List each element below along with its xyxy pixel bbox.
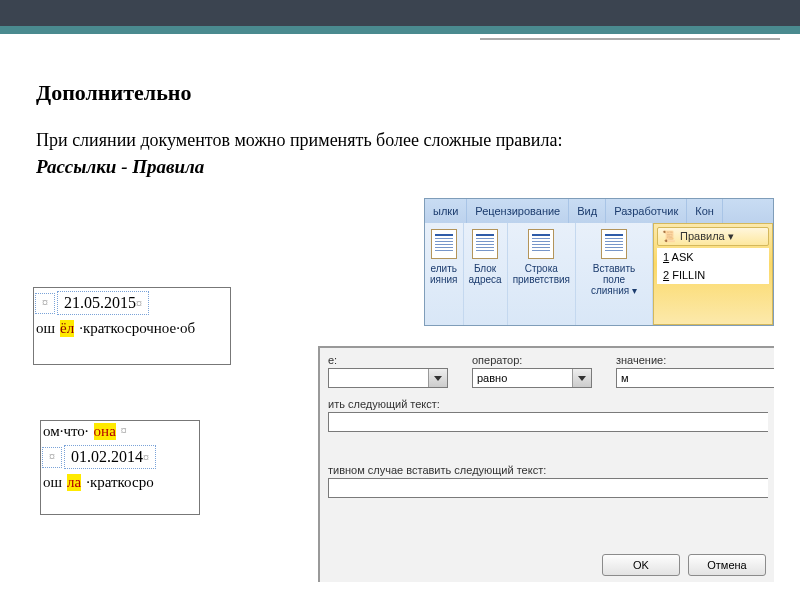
btn-label: слияния ▾ (591, 285, 637, 296)
chevron-down-icon (578, 376, 586, 381)
highlighted-text: ла (67, 474, 81, 491)
insert-text-input[interactable] (328, 412, 768, 432)
text-line: ошла·краткосро (41, 472, 199, 493)
btn-label: елить (431, 263, 457, 274)
page-title: Дополнительно (36, 80, 764, 106)
insert-merge-field-button[interactable]: Вставить поле слияния ▾ (576, 223, 653, 325)
greeting-line-button[interactable]: Строка приветствия (508, 223, 576, 325)
operator-label: оператор: (472, 354, 592, 366)
if-rule-dialog: е: оператор: равно значение: м ить следу… (318, 346, 774, 582)
title-bar (0, 0, 800, 26)
ok-button[interactable]: OK (602, 554, 680, 576)
text-fragment: ·краткосро (86, 474, 153, 491)
rules-label: Правила ▾ (680, 230, 734, 243)
value-label: значение: (616, 354, 774, 366)
rules-dropdown[interactable]: 📜 Правила ▾ 1 ASK 2 FILLIN (653, 223, 773, 325)
rules-item-label: ASK (672, 251, 694, 263)
ribbon-tab[interactable]: Рецензирование (467, 199, 569, 223)
ribbon-tab[interactable]: ылки (425, 199, 467, 223)
btn-label: ияния (430, 274, 458, 285)
text-fragment: ош (43, 474, 62, 491)
btn-label: Вставить поле (581, 263, 647, 285)
ribbon-tab[interactable]: Разработчик (606, 199, 687, 223)
scroll-icon: 📜 (662, 230, 676, 243)
else-text-label: тивном случае вставить следующий текст: (320, 456, 774, 478)
text-fragment: ом·что· (43, 423, 89, 440)
document-icon (472, 229, 498, 259)
rules-item-ask[interactable]: 1 ASK (657, 248, 769, 266)
operator-combo[interactable]: равно (472, 368, 592, 388)
value-input[interactable]: м (616, 368, 774, 388)
document-icon (431, 229, 457, 259)
ribbon-tabs: ылки Рецензирование Вид Разработчик Кон (425, 199, 773, 223)
rules-item-fillin[interactable]: 2 FILLIN (657, 266, 769, 284)
chevron-down-icon (434, 376, 442, 381)
rules-item-num: 2 (663, 269, 669, 281)
sub-bar (0, 34, 800, 50)
rules-item-label: FILLIN (672, 269, 705, 281)
document-icon (601, 229, 627, 259)
document-icon (528, 229, 554, 259)
cell-marker: ¤ (121, 424, 127, 439)
btn-label: адреса (469, 274, 502, 285)
cell-marker: ¤ (42, 447, 62, 468)
body-text: При слиянии документов можно применять б… (36, 128, 764, 152)
rules-header[interactable]: 📜 Правила ▾ (657, 227, 769, 246)
date-cell: 21.05.2015¤ (57, 291, 149, 315)
else-text-input[interactable] (328, 478, 768, 498)
highlighted-text: ёл (60, 320, 74, 337)
field-combo[interactable] (328, 368, 448, 388)
rules-item-num: 1 (663, 251, 669, 263)
address-block-button[interactable]: Блок адреса (464, 223, 508, 325)
doc-fragment-2: ом·что·она ¤ ¤ 01.02.2014¤ ошла·краткоср… (40, 420, 200, 515)
ribbon-screenshot: ылки Рецензирование Вид Разработчик Кон … (424, 198, 774, 326)
field-label: е: (328, 354, 448, 366)
accent-bar (0, 26, 800, 34)
doc-fragment-1: ¤ 21.05.2015¤ ошёл·краткосрочное·об (33, 287, 231, 365)
text-line: ошёл·краткосрочное·об (34, 318, 230, 339)
highlight-merge-button[interactable]: елить ияния (425, 223, 464, 325)
ribbon-tab[interactable]: Кон (687, 199, 723, 223)
cancel-button[interactable]: Отмена (688, 554, 766, 576)
text-line: ом·что·она ¤ (41, 421, 199, 442)
text-fragment: ·краткосрочное·об (79, 320, 195, 337)
highlighted-text: она (94, 423, 116, 440)
btn-label: Блок (474, 263, 496, 274)
subtitle: Рассылки - Правила (36, 156, 764, 178)
btn-label: Строка (525, 263, 558, 274)
btn-label: приветствия (513, 274, 570, 285)
text-fragment: ош (36, 320, 55, 337)
insert-text-label: ить следующий текст: (320, 390, 774, 412)
cell-marker: ¤ (35, 293, 55, 314)
date-cell: 01.02.2014¤ (64, 445, 156, 469)
ribbon-tab[interactable]: Вид (569, 199, 606, 223)
